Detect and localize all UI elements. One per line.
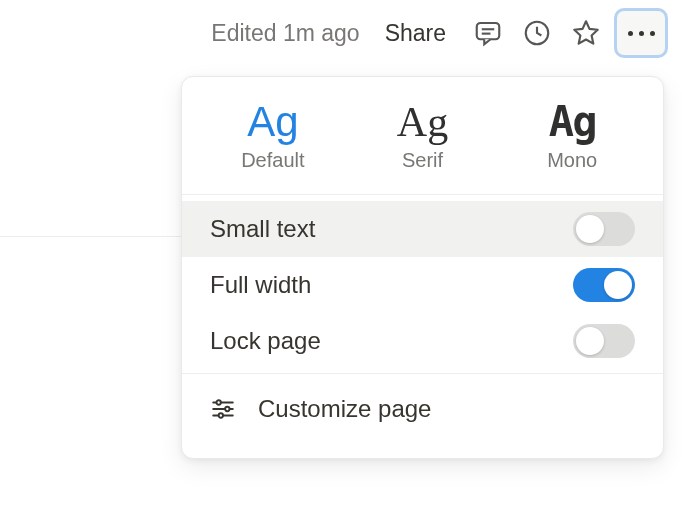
font-sample: Ag xyxy=(247,101,298,143)
font-sample: Ag xyxy=(397,101,448,143)
comments-icon[interactable] xyxy=(465,10,511,56)
star-icon[interactable] xyxy=(563,10,609,56)
svg-point-7 xyxy=(217,400,221,404)
toggle-label: Full width xyxy=(210,271,311,299)
font-picker: Ag Default Ag Serif Ag Mono xyxy=(182,77,663,190)
font-option-default[interactable]: Ag Default xyxy=(213,101,333,172)
customize-page-button[interactable]: Customize page xyxy=(182,380,663,438)
more-button[interactable] xyxy=(614,8,668,58)
edit-status: Edited 1m ago xyxy=(211,20,359,47)
toggle-switch[interactable] xyxy=(573,212,635,246)
toggle-label: Lock page xyxy=(210,327,321,355)
page-divider xyxy=(0,236,181,237)
share-button[interactable]: Share xyxy=(385,20,446,47)
toggle-full-width[interactable]: Full width xyxy=(182,257,663,313)
toggle-small-text[interactable]: Small text xyxy=(182,201,663,257)
customize-label: Customize page xyxy=(258,395,431,423)
font-label: Mono xyxy=(547,149,597,172)
toggle-label: Small text xyxy=(210,215,315,243)
history-icon[interactable] xyxy=(514,10,560,56)
toggle-switch[interactable] xyxy=(573,268,635,302)
svg-rect-0 xyxy=(477,23,500,39)
svg-point-8 xyxy=(225,407,229,411)
menu-divider xyxy=(182,194,663,195)
sliders-icon xyxy=(210,396,236,422)
top-toolbar: Edited 1m ago Share xyxy=(0,0,682,66)
font-option-mono[interactable]: Ag Mono xyxy=(512,101,632,172)
menu-divider xyxy=(182,373,663,374)
font-option-serif[interactable]: Ag Serif xyxy=(362,101,482,172)
toggle-lock-page[interactable]: Lock page xyxy=(182,313,663,369)
font-label: Default xyxy=(241,149,304,172)
font-sample: Ag xyxy=(549,101,596,143)
svg-point-9 xyxy=(219,413,223,417)
toggle-switch[interactable] xyxy=(573,324,635,358)
font-label: Serif xyxy=(402,149,443,172)
page-options-menu: Ag Default Ag Serif Ag Mono Small text F… xyxy=(181,76,664,459)
